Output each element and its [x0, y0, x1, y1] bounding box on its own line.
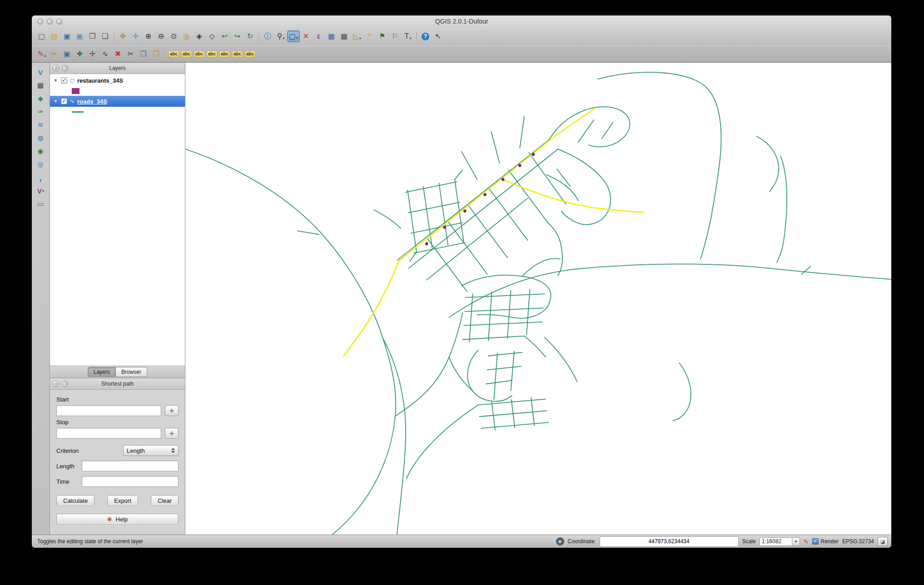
coordinate-input[interactable]	[600, 536, 739, 547]
refresh-map-icon[interactable]: ↻	[244, 30, 257, 42]
close-panel-icon[interactable]: ✕	[53, 65, 59, 71]
export-button[interactable]: Export	[107, 495, 138, 506]
toggle-editing-icon[interactable]: ✏	[48, 48, 61, 60]
zoom-window-icon[interactable]	[56, 19, 62, 25]
show-hide-labels-icon[interactable]: abc	[206, 48, 219, 60]
zoom-in-icon[interactable]: ⊕	[142, 30, 155, 42]
zoom-tools-menu-icon[interactable]: ⚲▾	[274, 30, 287, 42]
pick-start-icon[interactable]: ✛	[165, 405, 179, 416]
minimize-window-icon[interactable]	[47, 19, 53, 25]
save-project-icon[interactable]: ▣	[61, 30, 74, 42]
select-features-icon[interactable]: ▢▾	[287, 30, 300, 42]
start-input[interactable]	[56, 405, 161, 416]
map-tips-icon[interactable]: ❝	[363, 30, 376, 42]
time-input[interactable]	[82, 476, 179, 487]
zoom-next-icon[interactable]: ↪	[231, 30, 244, 42]
text-annotation-icon[interactable]: T▾	[402, 30, 414, 42]
crs-status-icon[interactable]: ◪	[878, 537, 888, 546]
scale-combo[interactable]: 1:16082 ▾	[760, 537, 800, 546]
add-delimited-text-icon[interactable]: ,	[35, 172, 47, 183]
current-edits-icon[interactable]: ✎▾	[35, 48, 48, 60]
help-icon[interactable]: ?	[419, 30, 432, 42]
tab-browser[interactable]: Browser	[116, 367, 147, 377]
labeling-options-icon[interactable]: abc	[168, 48, 180, 60]
open-project-icon[interactable]: ▨	[48, 30, 61, 42]
select-by-expression-icon[interactable]: ε	[313, 30, 325, 42]
add-mssql-layer-icon[interactable]: ≋	[35, 119, 47, 131]
layer-item-restaurants[interactable]: ▼ ✓ ◻ restaurants_34S	[50, 75, 185, 86]
add-vector-layer-icon[interactable]: V	[35, 66, 47, 78]
criterion-label: Criterion	[56, 447, 79, 454]
render-checkbox[interactable]: ✓ Render	[812, 538, 839, 545]
zoom-last-icon[interactable]: ↩	[219, 30, 231, 42]
length-input[interactable]	[82, 461, 179, 471]
scale-dropdown-icon[interactable]: ▾	[792, 537, 800, 546]
new-composer-icon[interactable]: ❐	[86, 30, 99, 42]
float-panel-icon[interactable]: ❐	[62, 65, 68, 71]
stop-render-icon[interactable]: ✎	[804, 538, 809, 545]
point-symbol-swatch	[72, 88, 79, 94]
node-tool-icon[interactable]: ∿	[99, 48, 112, 60]
length-label: Length	[56, 463, 78, 470]
zoom-to-selection-icon[interactable]: ◈	[193, 30, 206, 42]
layer-item-roads[interactable]: ▼ ✓ ∿ roads_34S	[50, 96, 185, 107]
new-bookmark-icon[interactable]: ⚑	[376, 30, 389, 42]
cut-features-icon[interactable]: ✂	[124, 48, 137, 60]
identify-features-icon[interactable]: ⓘ	[262, 30, 274, 42]
map-canvas[interactable]	[185, 63, 891, 535]
add-raster-layer-icon[interactable]: ▦	[35, 79, 47, 91]
clear-button[interactable]: Clear	[151, 495, 179, 506]
layers-tree: ▼ ✓ ◻ restaurants_34S ▼ ✓ ∿ roads_3	[50, 74, 185, 366]
expander-icon[interactable]: ▼	[54, 99, 58, 104]
highlight-pinned-labels-icon[interactable]: abc	[193, 48, 206, 60]
new-project-icon[interactable]: ▢	[35, 30, 48, 42]
tracking-toggle-icon[interactable]: ✜	[556, 537, 564, 545]
panel-tabs: Layers Browser	[50, 366, 185, 378]
delete-selected-icon[interactable]: ✖	[112, 48, 124, 60]
copy-features-icon[interactable]: ❐	[137, 48, 150, 60]
zoom-to-layer-icon[interactable]: ◇	[206, 30, 219, 42]
field-calculator-icon[interactable]: ▩	[338, 30, 351, 42]
measure-icon[interactable]: ◺▾	[351, 30, 363, 42]
layer-visibility-checkbox[interactable]: ✓	[61, 77, 67, 84]
change-label-icon[interactable]: abc	[244, 48, 257, 60]
criterion-select[interactable]: Length	[123, 445, 179, 456]
pan-map-icon[interactable]: ✜	[117, 30, 129, 42]
new-shapefile-layer-icon[interactable]: V▾	[35, 185, 47, 197]
move-label-icon[interactable]: abc	[219, 48, 231, 60]
add-feature-icon[interactable]: ✚	[74, 48, 86, 60]
float-panel-icon[interactable]: ❐	[62, 381, 68, 387]
add-wfs-layer-icon[interactable]: ◎	[35, 159, 47, 170]
help-button-icon: ❋	[107, 516, 112, 523]
remove-layer-icon[interactable]: ▭	[35, 198, 47, 210]
save-project-as-icon[interactable]: ▣	[74, 30, 86, 42]
close-window-icon[interactable]	[37, 19, 43, 25]
calculate-button[interactable]: Calculate	[56, 495, 94, 506]
rotate-label-icon[interactable]: abc	[231, 48, 244, 60]
zoom-actual-size-icon[interactable]: ⊙	[168, 30, 180, 42]
layer-visibility-checkbox[interactable]: ✓	[61, 98, 67, 104]
zoom-full-extent-icon[interactable]: ◎	[180, 30, 193, 42]
composer-manager-icon[interactable]: ❏	[99, 30, 112, 42]
save-layer-edits-icon[interactable]: ▣	[61, 48, 74, 60]
expander-icon[interactable]: ▼	[54, 78, 58, 83]
deselect-features-icon[interactable]: ✕	[300, 30, 313, 42]
titlebar[interactable]: QGIS 2.0.1-Dufour	[32, 15, 891, 27]
add-spatialite-layer-icon[interactable]: ✑	[35, 106, 47, 118]
add-wcs-layer-icon[interactable]: ◉	[35, 145, 47, 157]
move-feature-icon[interactable]: ✛	[86, 48, 99, 60]
close-panel-icon[interactable]: ✕	[53, 381, 59, 387]
paste-features-icon[interactable]: ❒	[150, 48, 163, 60]
help-button[interactable]: ❋ Help	[56, 514, 179, 525]
show-bookmarks-icon[interactable]: ⚐	[389, 30, 402, 42]
pin-labels-icon[interactable]: abc	[180, 48, 193, 60]
stop-input[interactable]	[56, 428, 161, 439]
attribute-table-icon[interactable]: ▦	[325, 30, 338, 42]
zoom-out-icon[interactable]: ⊖	[155, 30, 168, 42]
add-postgis-layer-icon[interactable]: ◆	[35, 93, 47, 104]
whats-this-icon[interactable]: ↖	[432, 30, 445, 42]
add-wms-layer-icon[interactable]: ◍	[35, 132, 47, 144]
pan-to-selection-icon[interactable]: ✛	[129, 30, 142, 42]
pick-stop-icon[interactable]: ✛	[165, 428, 179, 439]
tab-layers[interactable]: Layers	[88, 367, 116, 377]
